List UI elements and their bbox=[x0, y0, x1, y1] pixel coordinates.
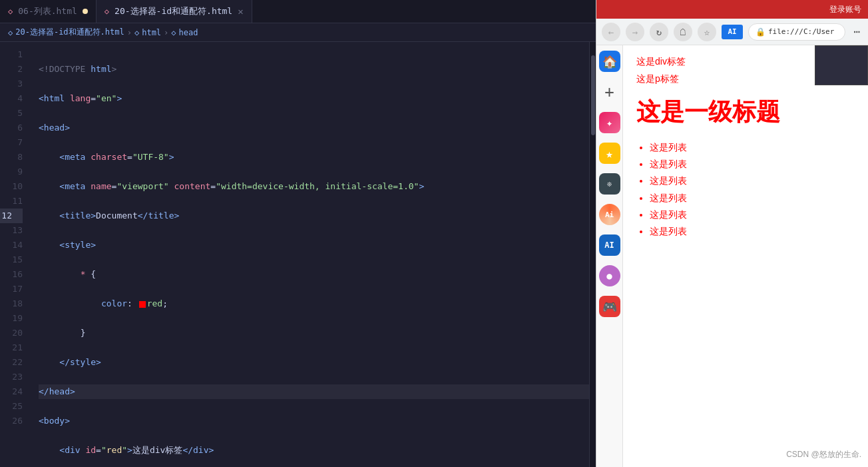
refresh-button[interactable]: ↻ bbox=[650, 23, 668, 41]
ai-button[interactable]: AI bbox=[722, 25, 743, 39]
browser-menu-button[interactable]: ⋯ bbox=[851, 23, 863, 41]
browser-content-area: 这是div标签 这是p标签 这是一级标题 这是列表 这是列表 这是列表 这是列表… bbox=[623, 45, 868, 467]
list-item-5: 这是列表 bbox=[650, 207, 855, 223]
editor-scrollbar-thumb bbox=[591, 55, 595, 135]
breadcrumb-sep-1: › bbox=[127, 28, 132, 37]
breadcrumb-icon-2: ◇ bbox=[134, 28, 139, 37]
editor-panel: ◇ 06-列表.html ◇ 20-选择器-id和通配符.html ✕ ◇ 20… bbox=[0, 0, 596, 467]
breadcrumb-sep-2: › bbox=[164, 28, 168, 37]
preview-h1-element: 这是一级标题 bbox=[636, 96, 855, 129]
code-line-6: <title>Document</title> bbox=[39, 209, 589, 223]
sidebar-icon-purple[interactable]: ● bbox=[599, 265, 620, 286]
tab-label-1: 06-列表.html bbox=[18, 5, 77, 17]
home-nav-button[interactable]: ☖ bbox=[674, 23, 692, 41]
code-line-2: <html lang="en"> bbox=[39, 91, 589, 106]
sidebar-icon-plus[interactable]: + bbox=[599, 81, 620, 103]
editor-scrollbar[interactable] bbox=[589, 42, 596, 467]
code-line-9: color: red; bbox=[39, 296, 589, 311]
breadcrumb: ◇ 20-选择器-id和通配符.html › ◇ html › ◇ head bbox=[0, 23, 596, 42]
top-banner-text: 登录账号 bbox=[829, 4, 861, 15]
code-line-4: <meta charset="UTF-8"> bbox=[39, 150, 589, 165]
tab-close-button[interactable]: ✕ bbox=[238, 6, 243, 17]
preview-ul-element: 这是列表 这是列表 这是列表 这是列表 这是列表 这是列表 bbox=[636, 139, 855, 240]
sidebar-icon-ai-blue[interactable]: AI bbox=[599, 234, 620, 256]
line-numbers: 12345 678910 1112 1314151617 1819202122 … bbox=[0, 42, 33, 467]
list-item-6: 这是列表 bbox=[650, 223, 855, 240]
bookmark-button[interactable]: ☆ bbox=[698, 23, 716, 41]
csdn-watermark: CSDN @怒放的生命. bbox=[786, 449, 861, 460]
browser-topbar: ← → ↻ ☖ ☆ AI 🔒 file:///C:/User ⋯ bbox=[596, 19, 868, 45]
code-line-10: } bbox=[39, 326, 589, 340]
browser-content: 这是div标签 这是p标签 这是一级标题 这是列表 这是列表 这是列表 这是列表… bbox=[623, 45, 868, 467]
breadcrumb-icon-3: ◇ bbox=[171, 28, 176, 37]
tab-modified-dot bbox=[83, 9, 88, 14]
breadcrumb-icon: ◇ bbox=[8, 28, 13, 37]
mini-preview bbox=[815, 45, 868, 85]
tab-active[interactable]: ◇ 20-选择器-id和通配符.html ✕ bbox=[97, 0, 252, 23]
tab-bar: ◇ 06-列表.html ◇ 20-选择器-id和通配符.html ✕ bbox=[0, 0, 596, 23]
tab-label-2: 20-选择器-id和通配符.html bbox=[114, 5, 232, 17]
breadcrumb-head: head bbox=[179, 28, 198, 37]
breadcrumb-file: 20-选择器-id和通配符.html bbox=[15, 27, 124, 38]
back-button[interactable]: ← bbox=[602, 23, 620, 41]
address-text: file:///C:/User bbox=[768, 27, 834, 36]
list-item-2: 这是列表 bbox=[650, 156, 855, 173]
code-line-12: </head> bbox=[39, 384, 589, 399]
list-item-4: 这是列表 bbox=[650, 190, 855, 207]
tab-icon-1: ◇ bbox=[8, 7, 13, 16]
sidebar-icon-home[interactable]: 🏠 bbox=[599, 51, 620, 72]
code-line-3: <head> bbox=[39, 121, 589, 135]
address-bar[interactable]: 🔒 file:///C:/User bbox=[748, 23, 845, 41]
secure-icon: 🔒 bbox=[756, 27, 765, 37]
list-item-1: 这是列表 bbox=[650, 139, 855, 156]
sidebar-icon-star[interactable]: ★ bbox=[599, 143, 620, 164]
code-line-13: <body> bbox=[39, 414, 589, 428]
code-line-11: </style> bbox=[39, 355, 589, 370]
code-line-1: <!DOCTYPE html> bbox=[39, 62, 589, 77]
breadcrumb-html: html bbox=[142, 28, 161, 37]
sidebar-icon-ai-dark[interactable]: ❊ bbox=[599, 173, 620, 195]
list-item-3: 这是列表 bbox=[650, 173, 855, 189]
code-area[interactable]: 12345 678910 1112 1314151617 1819202122 … bbox=[0, 42, 596, 467]
code-lines: <!DOCTYPE html> <html lang="en"> <head> … bbox=[33, 42, 589, 467]
browser-panel: 登录账号 ← → ↻ ☖ ☆ AI 🔒 file:///C:/User ⋯ 🏠 … bbox=[596, 0, 868, 467]
code-line-5: <meta name="viewport" content="width=dev… bbox=[39, 179, 589, 194]
tab-icon-2: ◇ bbox=[105, 7, 109, 16]
sidebar-icon-app1[interactable]: ✦ bbox=[599, 112, 620, 133]
sidebar-icon-game[interactable]: 🎮 bbox=[599, 296, 620, 317]
top-banner: 登录账号 bbox=[596, 0, 868, 19]
code-line-8: * { bbox=[39, 267, 589, 282]
code-line-14: <div id="red">这是div标签</div> bbox=[39, 443, 589, 458]
forward-button[interactable]: → bbox=[626, 23, 644, 41]
browser-sidebar: 🏠 + ✦ ★ ❊ Ai AI ● 🎮 bbox=[596, 45, 623, 467]
code-line-7: <style> bbox=[39, 238, 589, 252]
browser-content-wrapper: 🏠 + ✦ ★ ❊ Ai AI ● 🎮 这是div标签 这是p标签 这是一级标题… bbox=[596, 45, 868, 467]
tab-inactive[interactable]: ◇ 06-列表.html bbox=[0, 0, 97, 23]
sidebar-icon-ai-circle[interactable]: Ai bbox=[599, 204, 620, 225]
